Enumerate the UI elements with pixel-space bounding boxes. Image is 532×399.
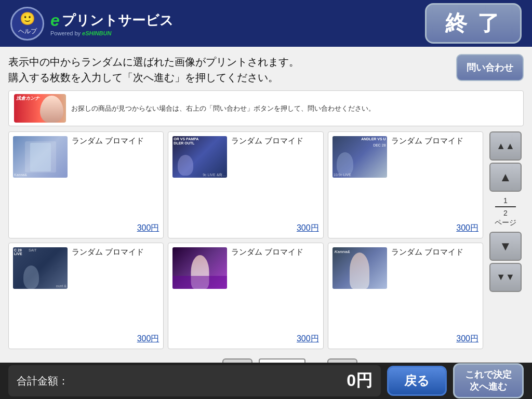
product-image-3: ANDLER VS U DEC 28 10/9c LIVE	[332, 136, 387, 178]
current-page: 1	[495, 196, 516, 205]
page-unit: ページ	[495, 218, 516, 227]
instruction-line1: 表示中の中からランダムに選ばれた画像がプリントされます。	[8, 54, 451, 70]
product-image-5	[172, 247, 227, 289]
product-label-3: ランダム ブロマイド	[391, 136, 463, 146]
product-top: C 28LIVE ount & SAIT ランダム ブロマイド	[13, 247, 159, 332]
product-grid: Kanna& ランダム ブロマイド 300円 OR VS PAMPADLER O…	[8, 131, 483, 349]
product-price-6: 300円	[332, 334, 478, 344]
header-left: 🙂 ヘルプ e プリントサービス Powered by eSHINBUN	[10, 7, 174, 41]
total-amount: 0円	[347, 369, 373, 392]
help-icon: 🙂	[20, 11, 35, 26]
total-area: 合計金額： 0円	[8, 365, 381, 396]
product-price-5: 300円	[172, 334, 318, 344]
page-first-button[interactable]: ▲▲	[489, 131, 522, 161]
product-card: OR VS PAMPADLER OUTL 9c LIVE &商… ランダム ブロ…	[168, 131, 323, 238]
product-label-5: ランダム ブロマイド	[231, 247, 303, 257]
help-button[interactable]: 🙂 ヘルプ	[10, 7, 44, 41]
page-info: 1 2 ページ	[495, 194, 516, 230]
back-button[interactable]: 戻る	[387, 366, 447, 396]
product-top: ランダム ブロマイド	[172, 247, 318, 332]
page-last-button[interactable]: ▼▼	[489, 263, 522, 292]
page-next-button[interactable]: ▼	[489, 232, 522, 261]
product-image-2: OR VS PAMPADLER OUTL 9c LIVE &商…	[172, 136, 227, 178]
next-line2: 次へ進む	[465, 381, 512, 393]
logo-e-icon: e	[50, 11, 60, 30]
product-top: ANDLER VS U DEC 28 10/9c LIVE ランダム ブロマイド	[332, 136, 478, 221]
product-label-2: ランダム ブロマイド	[231, 136, 303, 146]
product-price-1: 300円	[13, 223, 159, 234]
product-price-3: 300円	[332, 223, 478, 234]
next-button[interactable]: これで決定 次へ進む	[453, 363, 524, 399]
artist-notice: お探しの商品が見つからない場合は、右上の「問い合わせ」ボタンを押して、問い合わせ…	[71, 104, 375, 113]
product-top: Kanna& ランダム ブロマイド	[13, 136, 159, 221]
inquiry-button[interactable]: 問い合わせ	[456, 54, 524, 81]
content-area: 表示中の中からランダムに選ばれた画像がプリントされます。 購入する枚数を入力して…	[0, 47, 532, 399]
product-top: Kanna& ランダム ブロマイド	[332, 247, 478, 332]
footer: 合計金額： 0円 戻る これで決定 次へ進む	[0, 363, 532, 399]
product-price-2: 300円	[172, 223, 318, 234]
logo-area: e プリントサービス Powered by eSHINBUN	[50, 11, 174, 36]
pagination-sidebar: ▲▲ ▲ 1 2 ページ ▼ ▼▼	[487, 131, 524, 349]
artist-thumbnail: 浅倉カンナ	[14, 94, 66, 123]
instructions: 表示中の中からランダムに選ばれた画像がプリントされます。 購入する枚数を入力して…	[8, 54, 524, 85]
product-card: Kanna& ランダム ブロマイド 300円	[328, 243, 483, 350]
help-label: ヘルプ	[18, 27, 37, 36]
artist-bar: 浅倉カンナ お探しの商品が見つからない場合は、右上の「問い合わせ」ボタンを押して…	[8, 90, 524, 126]
product-card: ANDLER VS U DEC 28 10/9c LIVE ランダム ブロマイド…	[328, 131, 483, 238]
page-prev-button[interactable]: ▲	[489, 163, 522, 192]
instructions-text: 表示中の中からランダムに選ばれた画像がプリントされます。 購入する枚数を入力して…	[8, 54, 451, 85]
product-image-6: Kanna&	[332, 247, 387, 289]
product-image-1: Kanna&	[13, 136, 68, 178]
header: 🙂 ヘルプ e プリントサービス Powered by eSHINBUN 終 了	[0, 0, 532, 47]
product-card: Kanna& ランダム ブロマイド 300円	[8, 131, 164, 238]
product-top: OR VS PAMPADLER OUTL 9c LIVE &商… ランダム ブロ…	[172, 136, 318, 221]
page-divider	[495, 206, 516, 207]
end-button[interactable]: 終 了	[425, 3, 522, 44]
logo-main: e プリントサービス	[50, 11, 174, 30]
product-label-1: ランダム ブロマイド	[72, 136, 144, 146]
product-card: ランダム ブロマイド 300円	[168, 243, 323, 350]
total-label: 合計金額：	[17, 374, 69, 388]
product-price-4: 300円	[13, 334, 159, 344]
product-label-4: ランダム ブロマイド	[72, 247, 144, 257]
next-line1: これで決定	[465, 369, 512, 381]
product-card: C 28LIVE ount & SAIT ランダム ブロマイド 300円	[8, 243, 164, 350]
product-image-4: C 28LIVE ount & SAIT	[13, 247, 68, 289]
logo-powered: Powered by eSHINBUN	[50, 30, 111, 36]
logo-text: プリントサービス	[62, 11, 174, 30]
artist-name-stamp: 浅倉カンナ	[16, 95, 39, 102]
main-area: Kanna& ランダム ブロマイド 300円 OR VS PAMPADLER O…	[8, 131, 524, 349]
product-label-6: ランダム ブロマイド	[391, 247, 463, 257]
instruction-line2: 購入する枚数を入力して「次へ進む」を押してください。	[8, 70, 451, 85]
total-pages: 2	[495, 208, 516, 218]
